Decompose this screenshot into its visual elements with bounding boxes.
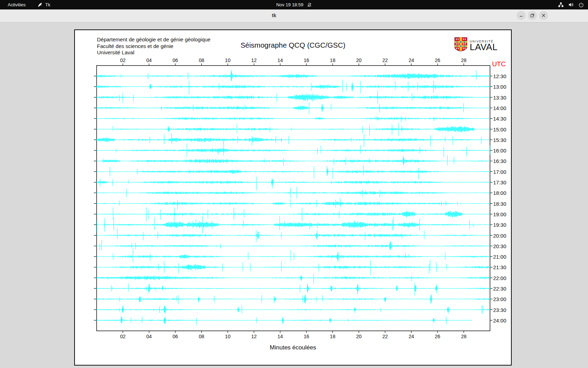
- x-tick-label-top: 22: [379, 57, 391, 63]
- utc-time-label: 21:00: [493, 254, 506, 260]
- utc-time-label: 24:00: [493, 318, 506, 323]
- x-tick-label-bottom: 06: [169, 334, 181, 339]
- clock-menu[interactable]: Nov 19 18:59: [0, 0, 588, 9]
- clock-label: Nov 19 18:59: [276, 2, 303, 7]
- power-icon: [579, 2, 584, 7]
- x-tick-label-top: 10: [222, 57, 234, 63]
- utc-time-label: 22:00: [493, 275, 506, 281]
- utc-time-label: 22:30: [493, 286, 506, 292]
- x-tick-label-bottom: 02: [117, 334, 129, 339]
- x-tick-label-top: 02: [117, 57, 129, 63]
- utc-time-label: 23:30: [493, 307, 506, 313]
- x-tick-label-top: 08: [196, 57, 208, 63]
- minimize-button[interactable]: [517, 11, 526, 20]
- x-tick-label-top: 18: [327, 57, 338, 63]
- x-tick-label-top: 14: [274, 57, 286, 63]
- network-icon: [558, 2, 564, 7]
- utc-time-label: 18:30: [493, 201, 506, 207]
- utc-time-label: 23:00: [493, 296, 506, 302]
- utc-time-label: 15:30: [493, 137, 506, 143]
- notifications-off-icon: [307, 2, 312, 7]
- gnome-top-bar: Activities Tk Nov 19 18:59: [0, 0, 588, 9]
- utc-time-label: 20:00: [493, 233, 506, 239]
- maximize-button[interactable]: [528, 11, 537, 20]
- x-tick-label-top: 04: [143, 57, 155, 63]
- x-tick-label-top: 26: [432, 57, 443, 63]
- x-tick-label-bottom: 04: [143, 334, 155, 339]
- utc-time-label: 14:30: [493, 116, 506, 122]
- desktop-screen: { "topbar": { "activities_label": "Activ…: [0, 0, 588, 368]
- window-title: tk: [257, 13, 292, 18]
- utc-time-label: 17:30: [493, 179, 506, 185]
- x-tick-label-top: 28: [458, 57, 470, 63]
- utc-time-label: 12:30: [493, 73, 506, 79]
- x-tick-label-top: 12: [248, 57, 260, 63]
- x-tick-label-bottom: 16: [300, 334, 312, 339]
- x-axis-title: Minutes écoulées: [75, 344, 511, 351]
- utc-time-label: 15:00: [493, 127, 506, 132]
- utc-time-label: 13:30: [493, 95, 506, 101]
- utc-time-label: 16:30: [493, 158, 506, 164]
- seismogram-plot: [75, 30, 511, 365]
- system-status-area[interactable]: [558, 0, 584, 9]
- utc-time-label: 17:00: [493, 169, 506, 175]
- x-tick-label-bottom: 20: [353, 334, 365, 339]
- x-tick-label-bottom: 26: [432, 334, 443, 339]
- x-tick-label-bottom: 14: [274, 334, 286, 339]
- utc-time-label: 13:00: [493, 84, 506, 90]
- seismograph-canvas: Département de géologie et de génie géol…: [74, 29, 512, 366]
- x-tick-label-bottom: 18: [327, 334, 338, 339]
- x-tick-label-bottom: 08: [196, 334, 208, 339]
- utc-time-label: 19:00: [493, 211, 506, 217]
- x-tick-label-top: 16: [300, 57, 312, 63]
- utc-time-label: 14:00: [493, 105, 506, 111]
- utc-time-label: 21:30: [493, 264, 506, 270]
- volume-icon: [568, 2, 574, 7]
- utc-time-label: 20:30: [493, 243, 506, 249]
- utc-time-label: 19:30: [493, 222, 506, 228]
- x-tick-label-bottom: 24: [405, 334, 417, 339]
- x-tick-label-bottom: 12: [248, 334, 260, 339]
- x-tick-label-top: 06: [169, 57, 181, 63]
- x-tick-label-top: 20: [353, 57, 365, 63]
- close-button[interactable]: [539, 11, 548, 20]
- x-tick-label-bottom: 10: [222, 334, 234, 339]
- utc-time-label: 18:00: [493, 190, 506, 196]
- x-tick-label-top: 24: [405, 57, 417, 63]
- window-titlebar[interactable]: tk: [0, 9, 588, 22]
- x-tick-label-bottom: 28: [458, 334, 470, 339]
- x-tick-label-bottom: 22: [379, 334, 391, 339]
- utc-time-label: 16:00: [493, 148, 506, 154]
